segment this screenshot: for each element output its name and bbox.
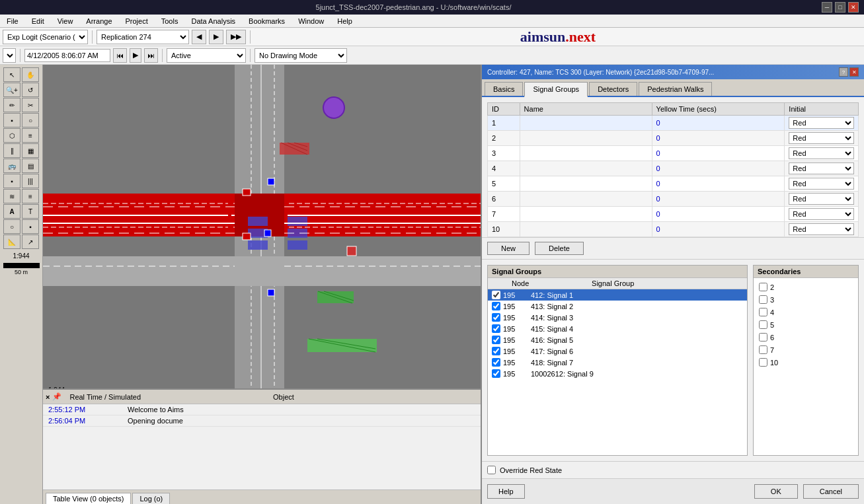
cell-yellow[interactable]: 0 [652,146,785,161]
tool-hatch[interactable]: ▤ [22,159,39,173]
cell-yellow[interactable]: 0 [652,207,785,222]
cell-initial[interactable]: Red [785,207,859,222]
cell-yellow[interactable]: 0 [652,131,785,146]
minimize-button[interactable]: ─ [822,2,832,13]
tab-signal-groups[interactable]: Signal Groups [524,82,588,97]
cell-initial[interactable]: Red [785,192,859,207]
tool-measure[interactable]: 📐 [3,234,20,249]
time-prev-button[interactable]: ⏮ [113,48,127,63]
tab-pedestrian-walks[interactable]: Pedestrian Walks [639,82,712,96]
time-input[interactable] [24,49,110,62]
cell-initial[interactable]: Red [785,222,859,237]
tool-lines[interactable]: ≡ [22,128,39,143]
delete-button[interactable]: Delete [535,242,584,255]
drawing-mode-select[interactable]: No Drawing Mode [255,48,347,63]
secondary-checkbox[interactable] [759,333,767,342]
tool-wave[interactable]: ≋ [3,189,20,203]
next-replication-button[interactable]: ▶▶ [226,30,246,44]
cell-initial[interactable]: Red [785,146,859,161]
signal-group-checkbox[interactable] [492,324,500,333]
cell-name[interactable] [520,146,652,161]
tool-text-a[interactable]: A [3,204,20,219]
cell-yellow[interactable]: 0 [652,116,785,131]
time-end-button[interactable]: ⏭ [144,48,158,63]
menu-project[interactable]: Project [122,17,152,26]
cell-initial[interactable]: Red [785,116,859,131]
dialog-close-btn[interactable]: ✕ [849,67,859,77]
collapse-btn[interactable]: × [46,393,50,401]
table-row[interactable]: 20Red [488,131,859,146]
cell-name[interactable] [520,176,652,192]
table-row[interactable]: 10Red [488,116,859,131]
cell-yellow[interactable]: 0 [652,176,785,192]
signal-group-item[interactable]: 195418: Signal 7 [488,357,747,368]
cell-name[interactable] [520,222,652,237]
menu-help[interactable]: Help [333,17,356,26]
tab-detectors[interactable]: Detectors [589,82,637,96]
cell-yellow[interactable]: 0 [652,161,785,176]
secondary-checkbox[interactable] [759,358,767,367]
tool-text-t[interactable]: T [22,204,39,219]
maximize-button[interactable]: □ [835,2,845,13]
cell-yellow[interactable]: 0 [652,222,785,237]
signal-group-checkbox[interactable] [492,291,500,299]
tool-grid[interactable]: ▦ [22,143,39,158]
prev-replication-button[interactable]: ◀ [192,30,206,44]
cell-initial[interactable]: Red [785,161,859,176]
tool-circle[interactable]: ○ [22,113,39,127]
tool-cut[interactable]: ✂ [22,98,39,112]
menu-window[interactable]: Window [294,17,328,26]
menu-arrange[interactable]: Arrange [82,17,116,26]
cell-name[interactable] [520,131,652,146]
tool-arrow[interactable]: ↗ [22,234,39,249]
signal-group-checkbox[interactable] [492,302,500,310]
signal-group-item[interactable]: 195412: Signal 1 [488,289,747,301]
tool-draw[interactable]: ✏ [3,98,20,112]
cell-name[interactable] [520,207,652,222]
help-button[interactable]: Help [487,484,525,499]
new-button[interactable]: New [487,242,530,255]
menu-data-analysis[interactable]: Data Analysis [187,17,239,26]
tool-hex[interactable]: ⬡ [3,128,20,143]
secondary-checkbox[interactable] [759,345,767,354]
cell-initial[interactable]: Red [785,131,859,146]
tool-rotate[interactable]: ↺ [22,83,39,97]
signal-group-checkbox[interactable] [492,358,500,367]
tool-parallel[interactable]: ‖ [3,143,20,158]
tool-bus[interactable]: 🚌 [3,159,20,173]
pin-btn[interactable]: 📌 [52,392,61,401]
tool-pan[interactable]: ✋ [22,67,39,82]
menu-bookmarks[interactable]: Bookmarks [245,17,289,26]
time-play-button[interactable]: ▶ [130,48,141,63]
play-button[interactable]: ▶ [209,30,223,44]
ok-button[interactable]: OK [754,484,798,499]
tool-block[interactable]: ▪ [3,174,20,188]
cell-yellow[interactable]: 0 [652,192,785,207]
signal-group-checkbox[interactable] [492,336,500,344]
cell-name[interactable] [520,116,652,131]
tab-table-view[interactable]: Table View (0 objects) [46,493,131,504]
table-row[interactable]: 30Red [488,146,859,161]
simulation-canvas[interactable]: 50 m 1:944 455, 10 [43,65,481,388]
tool-dash[interactable]: ≡ [22,189,39,203]
tab-log[interactable]: Log (o) [132,493,170,504]
menu-edit[interactable]: Edit [28,17,48,26]
menu-file[interactable]: File [3,17,22,26]
signal-group-checkbox[interactable] [492,347,500,355]
signal-group-item[interactable]: 195415: Signal 4 [488,323,747,334]
secondary-checkbox[interactable] [759,320,767,329]
signal-group-item[interactable]: 195414: Signal 3 [488,312,747,323]
menu-view[interactable]: View [54,17,77,26]
tool-zoom-in[interactable]: 🔍+ [3,83,20,97]
table-row[interactable]: 100Red [488,222,859,237]
secondary-checkbox[interactable] [759,283,767,291]
tool-rect[interactable]: ▪ [3,113,20,127]
table-row[interactable]: 50Red [488,176,859,192]
signal-group-item[interactable]: 19510002612: Signal 9 [488,368,747,379]
signal-group-item[interactable]: 195413: Signal 2 [488,301,747,312]
signal-group-checkbox[interactable] [492,369,500,378]
table-row[interactable]: 70Red [488,207,859,222]
override-checkbox[interactable] [487,466,496,474]
signal-group-item[interactable]: 195416: Signal 5 [488,334,747,345]
tool-select[interactable]: ↖ [3,67,20,82]
